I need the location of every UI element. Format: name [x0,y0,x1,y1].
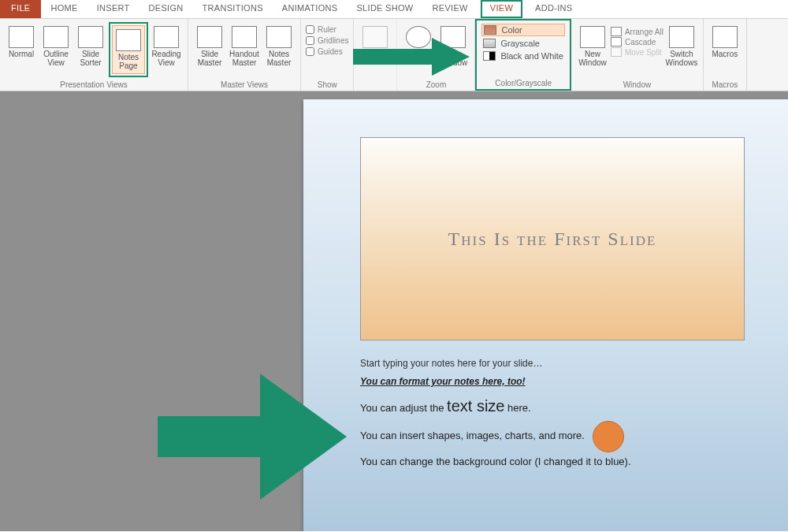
btn-notes: Notes [359,22,392,62]
color-swatch-icon [484,25,496,35]
slide-title: This Is the First Slide [448,229,657,250]
notes-line-2: You can format your notes here, too! [360,373,745,391]
outline-icon [43,26,69,48]
btn-sorter[interactable]: Slide Sorter [74,22,107,77]
btn-notes-master[interactable]: Notes Master [262,22,296,71]
chk-guides[interactable]: Guides [306,47,348,56]
btn-fit[interactable]: Fit to Window [437,22,470,71]
notes-text-area[interactable]: Start typing your notes here for your sl… [360,355,745,471]
normal-icon [9,26,34,48]
group-color-grayscale: Color Grayscale Black and White Color/Gr… [475,19,571,91]
ribbon-view: Normal Outline View Slide Sorter Notes P… [0,19,788,91]
cascade-icon [611,37,622,47]
btn-reading[interactable]: Reading View [150,22,183,77]
btn-new-window[interactable]: New Window [576,22,609,71]
handout-master-icon [232,26,257,48]
btn-arrange-all[interactable]: Arrange All [611,27,663,36]
group-label-zoom: Zoom [402,80,470,89]
group-presentation-views: Normal Outline View Slide Sorter Notes P… [0,19,188,91]
tab-review[interactable]: REVIEW [423,0,478,18]
group-label-color-grayscale: Color/Grayscale [481,79,564,87]
notes-line-1: Start typing your notes here for your sl… [360,355,745,373]
tab-addins[interactable]: ADD-INS [526,0,582,18]
btn-handout-master[interactable]: Handout Master [228,22,261,71]
group-label-macros: Macros [708,80,742,89]
tab-transitions[interactable]: TRANSITIONS [193,0,273,18]
notes-icon [362,26,388,48]
btn-switch-windows[interactable]: Switch Windows [665,22,698,71]
group-label-show: Show [306,80,348,89]
highlight-notes-page: Notes Page [109,22,148,77]
bw-swatch-icon [483,51,496,61]
tab-design[interactable]: DESIGN [139,0,193,18]
split-icon [611,47,622,57]
chk-gridlines[interactable]: Gridlines [306,36,348,45]
notes-page-canvas[interactable]: This Is the First Slide Start typing you… [303,99,788,531]
btn-slide-master[interactable]: Slide Master [193,22,226,71]
btn-zoom[interactable]: Zoom [402,22,435,71]
workspace: This Is the First Slide Start typing you… [0,91,788,531]
slide-thumbnail[interactable]: This Is the First Slide [360,137,745,340]
group-window: New Window Arrange All Cascade Move Spli… [571,19,704,91]
group-show: Ruler Gridlines Guides Show [301,19,354,91]
tab-home[interactable]: HOME [41,0,87,18]
notes-page-icon [116,29,141,51]
opt-color[interactable]: Color [481,24,564,36]
tab-insert[interactable]: INSERT [87,0,139,18]
tab-slideshow[interactable]: SLIDE SHOW [347,0,422,18]
orange-circle-shape[interactable] [593,421,624,452]
btn-move-split[interactable]: Move Split [611,47,663,57]
tab-animations[interactable]: ANIMATIONS [273,0,348,18]
opt-grayscale[interactable]: Grayscale [481,38,564,49]
group-zoom: Zoom Fit to Window Zoom [397,19,475,91]
btn-notes-page[interactable]: Notes Page [112,25,145,74]
group-label-master-views: Master Views [193,80,296,89]
tab-strip: FILE HOME INSERT DESIGN TRANSITIONS ANIM… [0,0,788,19]
notes-line-5: You can change the background color (I c… [360,452,745,472]
sorter-icon [78,26,103,48]
group-label-presentation-views: Presentation Views [5,80,183,89]
zoom-icon [406,26,431,48]
new-window-icon [580,26,605,48]
reading-icon [154,26,179,48]
chk-ruler[interactable]: Ruler [306,25,348,34]
grayscale-swatch-icon [483,39,496,48]
tab-view[interactable]: VIEW [481,0,522,18]
tab-file[interactable]: FILE [0,0,41,18]
slide-master-icon [197,26,222,48]
btn-cascade[interactable]: Cascade [611,37,663,47]
group-master-views: Slide Master Handout Master Notes Master… [188,19,301,91]
btn-outline[interactable]: Outline View [39,22,72,77]
switch-icon [669,26,694,48]
group-macros: Macros Macros [704,19,747,91]
group-label-window: Window [576,80,698,89]
btn-normal[interactable]: Normal [5,22,38,77]
fit-icon [440,26,466,48]
macros-icon [712,26,738,48]
arrange-icon [611,27,622,36]
opt-bw[interactable]: Black and White [481,50,564,61]
btn-macros[interactable]: Macros [708,22,742,62]
notes-master-icon [266,26,292,48]
group-notes: Notes [354,19,397,91]
notes-line-3: You can adjust the text size here. [360,391,745,421]
notes-line-4: You can insert shapes, images, charts, a… [360,421,745,452]
